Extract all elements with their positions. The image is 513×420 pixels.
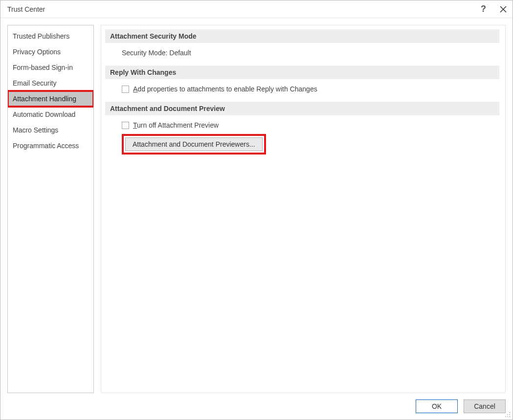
turn-off-preview-checkbox[interactable] xyxy=(122,122,129,129)
svg-point-5 xyxy=(505,416,506,417)
turn-off-preview-checkbox-row[interactable]: Turn off Attachment Preview xyxy=(122,121,219,129)
dialog-body: Trusted PublishersPrivacy OptionsForm-ba… xyxy=(0,18,513,393)
close-icon[interactable] xyxy=(499,5,508,14)
sidebar-item-programmatic-access[interactable]: Programmatic Access xyxy=(8,138,93,154)
svg-point-7 xyxy=(509,416,510,417)
section-reply-with-changes: Reply With Changes Add properties to att… xyxy=(105,66,499,93)
svg-point-2 xyxy=(509,412,510,413)
help-icon[interactable]: ? xyxy=(481,4,486,14)
section-attachment-preview: Attachment and Document Preview Turn off… xyxy=(105,102,499,155)
content-panel: Attachment Security Mode Security Mode: … xyxy=(101,25,506,393)
resize-grip-icon[interactable] xyxy=(504,411,511,418)
reply-changes-checkbox-row[interactable]: Add properties to attachments to enable … xyxy=(122,85,317,93)
trust-center-window: Trust Center ? Trusted PublishersPrivacy… xyxy=(0,0,513,420)
security-mode-label: Security Mode: xyxy=(122,49,167,57)
section-header-preview: Attachment and Document Preview xyxy=(105,102,499,115)
security-mode-row: Security Mode: Default xyxy=(122,49,191,57)
dialog-footer: OK Cancel xyxy=(0,393,513,420)
sidebar-item-trusted-publishers[interactable]: Trusted Publishers xyxy=(8,28,93,44)
svg-point-6 xyxy=(507,416,508,417)
security-mode-value: Default xyxy=(169,49,191,57)
sidebar: Trusted PublishersPrivacy OptionsForm-ba… xyxy=(7,25,94,393)
section-header-security-mode: Attachment Security Mode xyxy=(105,29,499,43)
attachment-previewers-button[interactable]: Attachment and Document Previewers... xyxy=(125,137,263,151)
reply-changes-checkbox-label[interactable]: Add properties to attachments to enable … xyxy=(133,85,317,93)
titlebar: Trust Center ? xyxy=(0,0,513,18)
sidebar-item-email-security[interactable]: Email Security xyxy=(8,75,93,91)
cancel-button[interactable]: Cancel xyxy=(464,399,506,413)
svg-point-4 xyxy=(509,414,510,415)
reply-changes-checkbox[interactable] xyxy=(122,86,129,93)
sidebar-item-attachment-handling[interactable]: Attachment Handling xyxy=(8,91,93,107)
turn-off-preview-checkbox-label[interactable]: Turn off Attachment Preview xyxy=(133,121,219,129)
sidebar-item-privacy-options[interactable]: Privacy Options xyxy=(8,44,93,60)
sidebar-item-automatic-download[interactable]: Automatic Download xyxy=(8,107,93,122)
section-header-reply-changes: Reply With Changes xyxy=(105,66,499,79)
titlebar-controls: ? xyxy=(481,4,508,14)
sidebar-item-macro-settings[interactable]: Macro Settings xyxy=(8,122,93,138)
window-title: Trust Center xyxy=(7,5,45,13)
section-attachment-security-mode: Attachment Security Mode Security Mode: … xyxy=(105,29,499,57)
sidebar-item-form-based-sign-in[interactable]: Form-based Sign-in xyxy=(8,60,93,75)
ok-button[interactable]: OK xyxy=(416,399,458,413)
previewers-button-highlight: Attachment and Document Previewers... xyxy=(122,134,266,155)
svg-point-3 xyxy=(507,414,508,415)
